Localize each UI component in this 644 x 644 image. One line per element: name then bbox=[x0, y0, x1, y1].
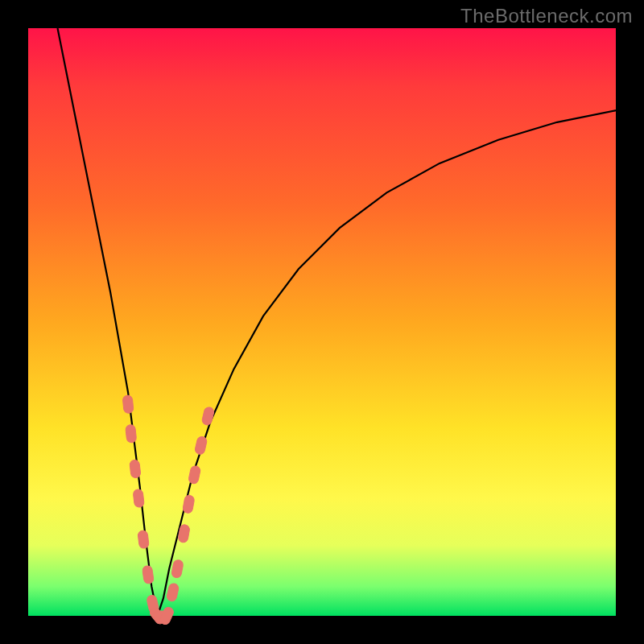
marker-point bbox=[194, 436, 208, 455]
watermark-text: TheBottleneck.com bbox=[460, 5, 633, 27]
curve-layer bbox=[28, 28, 616, 616]
marker-point bbox=[182, 494, 195, 514]
marker-point bbox=[142, 565, 154, 584]
marker-point bbox=[122, 395, 134, 414]
marker-point bbox=[138, 530, 150, 548]
marker-group bbox=[122, 395, 215, 626]
marker-point bbox=[159, 606, 175, 626]
marker-point bbox=[130, 460, 141, 478]
marker-point bbox=[171, 559, 184, 579]
marker-point bbox=[201, 407, 215, 426]
marker-point bbox=[133, 489, 144, 507]
plot-area bbox=[28, 28, 616, 616]
marker-point bbox=[166, 583, 180, 602]
bottleneck-curve bbox=[58, 28, 617, 616]
chart-frame: TheBottleneck.com bbox=[0, 0, 644, 644]
marker-point bbox=[126, 424, 137, 443]
marker-point bbox=[188, 465, 200, 485]
